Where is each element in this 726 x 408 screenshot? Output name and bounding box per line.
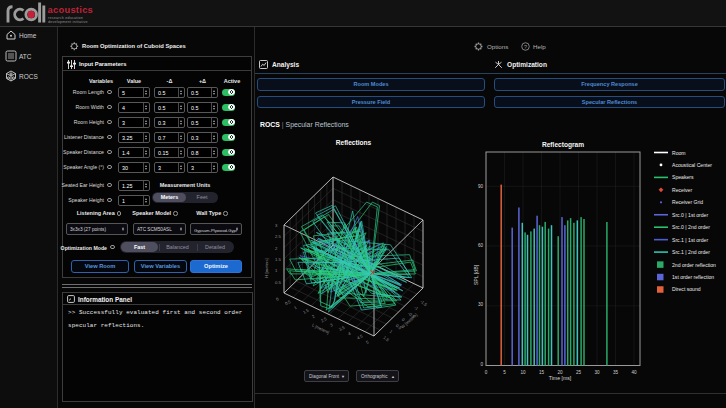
svg-text:0: 0 — [480, 362, 483, 367]
svg-text:Src.0 | 1st order: Src.0 | 1st order — [672, 212, 708, 218]
svg-text:Speakers: Speakers — [672, 174, 694, 180]
svg-text:Direct sound: Direct sound — [672, 286, 701, 292]
svg-text:1st order reflection: 1st order reflection — [672, 274, 714, 280]
svg-text:Src.1 | 1st order: Src.1 | 1st order — [672, 237, 708, 243]
svg-text:Receiver: Receiver — [672, 187, 692, 193]
svg-text:Src.1 | 2nd order: Src.1 | 2nd order — [672, 249, 710, 255]
svg-text:60: 60 — [478, 243, 484, 248]
svg-text:20: 20 — [557, 370, 563, 375]
svg-text:Reflectogram: Reflectogram — [542, 141, 584, 149]
svg-text:Room: Room — [672, 150, 686, 156]
svg-text:90: 90 — [478, 184, 484, 189]
svg-text:25: 25 — [576, 370, 582, 375]
svg-text:0: 0 — [485, 370, 488, 375]
svg-text:Acoustical Center: Acoustical Center — [672, 162, 712, 168]
svg-text:Receiver Grid: Receiver Grid — [672, 199, 703, 205]
svg-text:30: 30 — [594, 370, 600, 375]
svg-text:10: 10 — [520, 370, 526, 375]
svg-text:2nd order reflection: 2nd order reflection — [672, 262, 716, 268]
svg-text:Src.0 | 2nd order: Src.0 | 2nd order — [672, 224, 710, 230]
svg-text:30: 30 — [478, 302, 484, 307]
svg-text:Time [ms]: Time [ms] — [549, 375, 572, 381]
svg-text:SPL [dB]: SPL [dB] — [473, 264, 479, 285]
svg-text:5: 5 — [503, 370, 506, 375]
svg-text:40: 40 — [631, 370, 637, 375]
svg-text:15: 15 — [539, 370, 545, 375]
svg-text:35: 35 — [613, 370, 619, 375]
